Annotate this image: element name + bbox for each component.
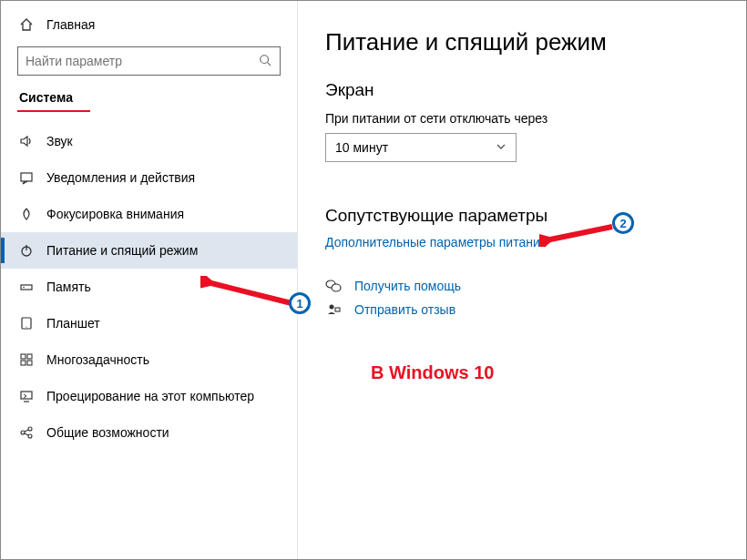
sidebar-item-label: Звук	[46, 134, 73, 148]
dropdown-value: 10 минут	[335, 140, 388, 155]
svg-rect-2	[21, 173, 32, 181]
svg-line-17	[25, 430, 28, 432]
help-link-text: Получить помощь	[354, 279, 461, 293]
svg-point-0	[261, 55, 269, 63]
home-icon	[19, 17, 34, 32]
sound-icon	[19, 134, 34, 148]
sidebar-item-notifications[interactable]: Уведомления и действия	[1, 159, 297, 196]
svg-line-1	[268, 62, 271, 66]
sidebar-item-label: Общие возможности	[46, 425, 169, 440]
screen-heading: Экран	[325, 80, 724, 100]
additional-power-settings-link[interactable]: Дополнительные параметры питания	[325, 235, 724, 249]
sidebar-item-label: Память	[46, 280, 91, 294]
sidebar: Главная Система Звук Уведомления и дейст…	[1, 1, 298, 559]
tablet-icon	[19, 316, 34, 331]
search-icon	[258, 54, 272, 69]
send-feedback-link[interactable]: Отправить отзыв	[325, 302, 724, 317]
feedback-icon	[325, 302, 342, 317]
svg-rect-13	[21, 392, 32, 399]
sidebar-item-storage[interactable]: Память	[1, 269, 297, 305]
sidebar-item-label: Питание и спящий режим	[46, 243, 198, 258]
power-icon	[19, 243, 34, 258]
sidebar-item-label: Планшет	[46, 316, 100, 331]
multitask-icon	[19, 352, 34, 367]
sidebar-item-multitask[interactable]: Многозадачность	[1, 341, 297, 378]
sidebar-item-label: Проецирование на этот компьютер	[46, 389, 254, 403]
sidebar-item-label: Уведомления и действия	[46, 170, 195, 185]
search-input[interactable]	[17, 46, 281, 76]
sidebar-item-power[interactable]: Питание и спящий режим	[1, 232, 297, 269]
svg-point-8	[26, 326, 26, 327]
svg-point-14	[21, 431, 25, 434]
svg-rect-9	[21, 354, 26, 359]
sidebar-item-label: Многозадачность	[46, 352, 149, 367]
sidebar-item-focus[interactable]: Фокусировка внимания	[1, 196, 297, 232]
storage-icon	[19, 280, 34, 294]
related-heading: Сопутствующие параметры	[325, 206, 724, 226]
svg-rect-22	[335, 308, 340, 311]
screen-off-label: При питании от сети отключать через	[325, 111, 724, 126]
svg-point-21	[330, 305, 334, 310]
project-icon	[19, 389, 34, 403]
help-icon	[325, 279, 342, 293]
svg-point-15	[28, 427, 32, 431]
main-content: Питание и спящий режим Экран При питании…	[298, 1, 746, 559]
sidebar-item-project[interactable]: Проецирование на этот компьютер	[1, 378, 297, 414]
focus-icon	[19, 207, 34, 221]
feedback-link-text: Отправить отзыв	[354, 302, 455, 317]
svg-rect-10	[27, 354, 32, 359]
svg-rect-5	[21, 285, 32, 290]
notifications-icon	[19, 170, 34, 185]
svg-rect-11	[21, 361, 26, 365]
svg-line-18	[25, 433, 28, 435]
get-help-link[interactable]: Получить помощь	[325, 279, 724, 293]
sidebar-item-tablet[interactable]: Планшет	[1, 305, 297, 341]
chevron-down-icon	[496, 140, 507, 155]
watermark-text: В Windows 10	[371, 362, 724, 383]
svg-rect-12	[27, 361, 32, 365]
section-header-system: Система	[1, 88, 297, 110]
sidebar-item-home[interactable]: Главная	[1, 17, 297, 46]
sidebar-item-label: Фокусировка внимания	[46, 207, 184, 221]
page-title: Питание и спящий режим	[325, 28, 724, 56]
sidebar-item-sound[interactable]: Звук	[1, 123, 297, 159]
section-underline	[17, 110, 90, 112]
search-field[interactable]	[26, 54, 258, 68]
svg-point-20	[332, 284, 341, 291]
svg-point-6	[23, 287, 25, 289]
svg-point-16	[28, 434, 32, 438]
sidebar-item-shared[interactable]: Общие возможности	[1, 414, 297, 451]
home-label: Главная	[46, 17, 95, 32]
shared-icon	[19, 425, 34, 440]
screen-off-dropdown[interactable]: 10 минут	[325, 133, 517, 162]
